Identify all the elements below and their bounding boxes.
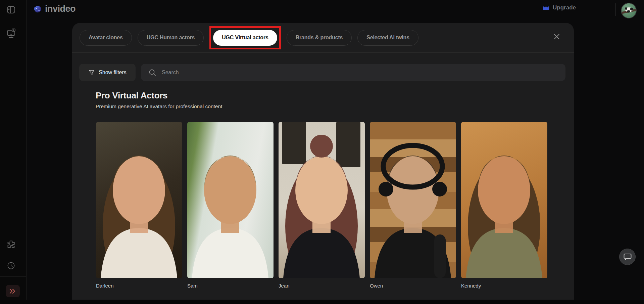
tab-selected-ai-twins[interactable]: Selected AI twins — [357, 30, 418, 46]
invideo-logo[interactable]: invideo — [32, 4, 76, 14]
actor-photo — [461, 122, 547, 278]
click-highlight-box: UGC Virtual actors — [209, 26, 281, 49]
section-title: Pro Virtual Actors — [96, 90, 167, 101]
panda-avatar-image — [622, 3, 636, 18]
actor-photo — [187, 122, 274, 278]
topbar: invideo Upgrade — [27, 0, 644, 19]
filter-funnel-icon — [88, 69, 95, 76]
show-filters-button[interactable]: Show filters — [79, 64, 136, 81]
actor-card-sam[interactable]: Sam — [187, 122, 274, 289]
screen-recorder-icon[interactable] — [5, 28, 17, 39]
logo-text: invideo — [45, 4, 76, 14]
search-input[interactable] — [162, 64, 565, 81]
crown-icon — [542, 4, 550, 11]
chat-bubble-icon — [624, 253, 632, 261]
close-icon — [553, 33, 560, 40]
sidebar-toggle-icon[interactable] — [5, 4, 17, 15]
modal-tabs-header: Avatar clones UGC Human actors UGC Virtu… — [72, 23, 574, 53]
tab-label: Avatar clones — [89, 35, 123, 41]
account-avatar[interactable] — [621, 3, 637, 18]
expand-sidebar-button[interactable] — [6, 285, 20, 297]
actor-name: Kennedy — [461, 283, 547, 289]
upgrade-label: Upgrade — [553, 4, 576, 11]
history-icon[interactable] — [5, 260, 17, 271]
actor-card-jean[interactable]: Jean — [279, 122, 365, 289]
actor-name: Jean — [279, 283, 365, 289]
actor-photo — [279, 122, 365, 278]
close-modal-button[interactable] — [551, 31, 562, 42]
actor-card-owen[interactable]: Owen — [370, 122, 456, 289]
actor-card-kennedy[interactable]: Kennedy — [461, 122, 547, 289]
show-filters-label: Show filters — [99, 70, 127, 76]
tab-label: UGC Human actors — [147, 35, 195, 41]
sidebar — [0, 0, 27, 304]
actor-name: Owen — [370, 283, 456, 289]
plugins-icon[interactable] — [5, 238, 17, 250]
actor-name: Sam — [187, 283, 274, 289]
actor-name: Darleen — [96, 283, 182, 289]
search-bar — [141, 64, 565, 81]
actor-card-darleen[interactable]: Darleen — [96, 122, 182, 289]
chat-support-button[interactable] — [619, 249, 636, 265]
actor-photo — [370, 122, 456, 278]
section-subtitle: Premium generative AI avatars for profes… — [96, 103, 222, 110]
tab-ugc-virtual-actors[interactable]: UGC Virtual actors — [213, 30, 277, 46]
tab-ugc-human-actors[interactable]: UGC Human actors — [138, 30, 204, 46]
tab-avatar-clones[interactable]: Avatar clones — [80, 30, 132, 46]
tab-brands-products[interactable]: Brands & products — [287, 30, 352, 46]
bottom-edge-strip — [0, 300, 644, 304]
tab-label: UGC Virtual actors — [222, 35, 268, 41]
actor-photo — [96, 122, 182, 278]
invideo-fish-icon — [32, 4, 42, 14]
sidebar-divider — [0, 276, 27, 277]
chevrons-right-icon — [9, 288, 16, 294]
tab-label: Brands & products — [296, 35, 343, 41]
actor-card-grid: Darleen Sam — [96, 122, 547, 289]
search-icon — [148, 69, 156, 77]
topbar-divider — [615, 3, 616, 16]
upgrade-button[interactable]: Upgrade — [542, 4, 576, 11]
actor-picker-modal: Avatar clones UGC Human actors UGC Virtu… — [72, 23, 574, 304]
tab-label: Selected AI twins — [366, 35, 409, 41]
